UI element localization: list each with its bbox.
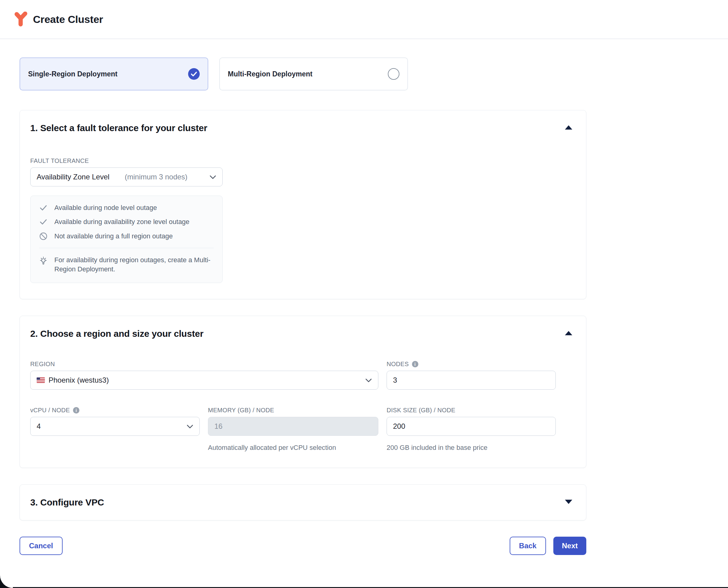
collapse-down-icon bbox=[565, 499, 573, 505]
section-fault-tolerance-header[interactable]: 1. Select a fault tolerance for your clu… bbox=[30, 123, 576, 133]
disk-size-helper-text: 200 GB included in the base price bbox=[387, 444, 556, 452]
fault-tolerance-selected-value: Availability Zone Level bbox=[37, 173, 109, 181]
nodes-label: NODES bbox=[387, 361, 409, 368]
cancel-button[interactable]: Cancel bbox=[20, 537, 63, 555]
fault-tolerance-info-panel: Available during node level outage Avail… bbox=[30, 195, 223, 283]
nodes-input[interactable] bbox=[387, 371, 556, 390]
section-vpc: 3. Configure VPC bbox=[20, 484, 586, 521]
fault-tolerance-label: FAULT TOLERANCE bbox=[30, 158, 223, 164]
vcpu-field: vCPU / NODE i 4 bbox=[30, 407, 200, 452]
availability-note: Available during availability zone level… bbox=[39, 218, 214, 226]
fault-tolerance-select[interactable]: Availability Zone Level (minimum 3 nodes… bbox=[30, 167, 223, 186]
deployment-type-selector: Single-Region Deployment Multi-Region De… bbox=[20, 58, 586, 90]
availability-note-text: Available during availability zone level… bbox=[54, 218, 189, 226]
memory-input bbox=[208, 417, 378, 436]
radio-checked-icon bbox=[188, 68, 200, 80]
info-icon[interactable]: i bbox=[412, 361, 418, 368]
region-select[interactable]: Phoenix (westus3) bbox=[30, 371, 378, 390]
app-header: Create Cluster bbox=[0, 0, 728, 39]
next-button[interactable]: Next bbox=[553, 537, 586, 555]
check-icon bbox=[39, 218, 48, 225]
vcpu-select[interactable]: 4 bbox=[30, 417, 200, 436]
blocked-icon bbox=[39, 232, 48, 240]
fault-tolerance-field: FAULT TOLERANCE Availability Zone Level … bbox=[30, 158, 223, 186]
section-heading: 1. Select a fault tolerance for your clu… bbox=[30, 123, 565, 133]
section-heading: 3. Configure VPC bbox=[30, 497, 565, 508]
section-region-size: 2. Choose a region and size your cluster… bbox=[20, 316, 586, 468]
cluster-size-grid: REGION Phoenix (wes bbox=[30, 361, 576, 452]
fault-tolerance-selected-hint: (minimum 3 nodes) bbox=[125, 173, 187, 181]
collapse-up-icon bbox=[565, 331, 573, 337]
back-button[interactable]: Back bbox=[510, 537, 546, 555]
page-title: Create Cluster bbox=[33, 14, 103, 25]
disk-size-field: DISK SIZE (GB) / NODE 200 GB included in… bbox=[387, 407, 556, 452]
deployment-option-single-region[interactable]: Single-Region Deployment bbox=[20, 58, 208, 90]
disk-size-input[interactable] bbox=[387, 417, 556, 436]
wizard-footer: Cancel Back Next bbox=[20, 537, 586, 555]
chevron-down-icon bbox=[365, 376, 372, 384]
deployment-option-label: Multi-Region Deployment bbox=[228, 70, 312, 78]
deployment-option-multi-region[interactable]: Multi-Region Deployment bbox=[219, 58, 408, 90]
nodes-field: NODES i bbox=[387, 361, 556, 390]
vcpu-label: vCPU / NODE bbox=[30, 407, 70, 414]
info-icon[interactable]: i bbox=[73, 407, 80, 414]
check-icon bbox=[39, 205, 48, 211]
radio-unchecked-icon bbox=[388, 68, 399, 80]
vcpu-selected-value: 4 bbox=[37, 422, 41, 430]
availability-note-text: Not available during a full region outag… bbox=[54, 232, 173, 240]
region-label: REGION bbox=[30, 361, 378, 368]
memory-field: MEMORY (GB) / NODE Automatically allocat… bbox=[208, 407, 378, 452]
region-outage-tip-text: For availability during region outages, … bbox=[54, 255, 214, 274]
availability-note-text: Available during node level outage bbox=[54, 204, 157, 212]
chevron-down-icon bbox=[209, 173, 216, 181]
window-corner bbox=[0, 567, 13, 588]
divider bbox=[39, 248, 214, 248]
section-fault-tolerance: 1. Select a fault tolerance for your clu… bbox=[20, 110, 586, 299]
disk-size-label: DISK SIZE (GB) / NODE bbox=[387, 407, 556, 414]
collapse-up-icon bbox=[565, 125, 573, 131]
chevron-down-icon bbox=[186, 422, 193, 430]
us-flag-icon bbox=[37, 377, 45, 383]
region-selected-value: Phoenix (westus3) bbox=[48, 376, 109, 384]
yugabyte-logo-icon bbox=[14, 12, 28, 27]
main-content: Single-Region Deployment Multi-Region De… bbox=[20, 58, 586, 555]
memory-helper-text: Automatically allocated per vCPU selecti… bbox=[208, 444, 378, 452]
availability-note: Available during node level outage bbox=[39, 204, 214, 212]
availability-note: Not available during a full region outag… bbox=[39, 232, 214, 240]
memory-label: MEMORY (GB) / NODE bbox=[208, 407, 378, 414]
lightbulb-icon bbox=[39, 255, 48, 267]
section-heading: 2. Choose a region and size your cluster bbox=[30, 328, 565, 339]
deployment-option-label: Single-Region Deployment bbox=[28, 70, 117, 78]
section-vpc-header[interactable]: 3. Configure VPC bbox=[30, 497, 576, 508]
region-outage-tip: For availability during region outages, … bbox=[39, 255, 214, 274]
create-cluster-page: Create Cluster Single-Region Deployment … bbox=[0, 0, 728, 588]
region-field: REGION Phoenix (wes bbox=[30, 361, 378, 390]
section-region-size-header[interactable]: 2. Choose a region and size your cluster bbox=[30, 328, 576, 339]
